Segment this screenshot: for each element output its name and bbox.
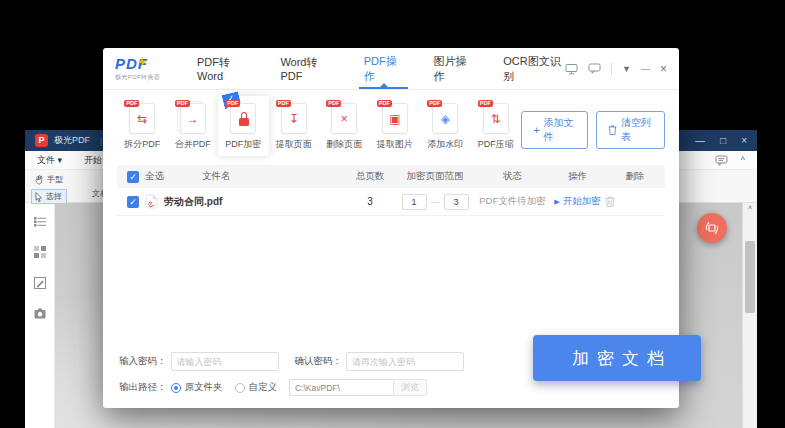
confirm-password-input[interactable] bbox=[346, 352, 464, 371]
output-path-label: 输出路径： bbox=[119, 381, 167, 394]
dialog-header: PDF 极光PDF转换器 PDF转Word Word转PDF PDF操作 图片操… bbox=[103, 48, 679, 90]
play-icon: ▶ bbox=[554, 198, 559, 206]
tool-delete-pages[interactable]: PDF× 删除页面 bbox=[319, 96, 370, 156]
extract-images-icon: ▣ bbox=[383, 112, 407, 126]
dialog-close-button[interactable]: × bbox=[660, 62, 667, 76]
merge-icon: → bbox=[181, 112, 205, 126]
reader-maximize-button[interactable]: □ bbox=[720, 130, 726, 151]
encrypt-form: 输入密码： 确认密码： 输出路径： 原文件夹 自定义 浏览 bbox=[119, 344, 464, 396]
add-files-button[interactable]: + 添加文件 bbox=[521, 111, 588, 149]
tool-extract-pages[interactable]: PDF↧ 提取页面 bbox=[269, 96, 320, 156]
row-delete-icon[interactable] bbox=[605, 196, 665, 207]
tab-pdf-operations[interactable]: PDF操作 bbox=[364, 48, 404, 89]
main-tabs: PDF转Word Word转PDF PDF操作 图片操作 OCR图文识别 bbox=[197, 48, 565, 89]
pdf-tag: PDF bbox=[276, 100, 291, 107]
bookmarks-list-icon[interactable] bbox=[34, 217, 46, 227]
pdf-file-icon bbox=[145, 194, 158, 209]
reader-title: 极光PDF bbox=[54, 134, 90, 147]
output-path-input[interactable] bbox=[289, 379, 393, 396]
select-tool[interactable]: 选择 bbox=[31, 189, 67, 204]
menu-file[interactable]: 文件 ▾ bbox=[37, 154, 62, 167]
pdf-tag: PDF bbox=[326, 100, 341, 107]
header-delete: 删除 bbox=[605, 170, 665, 183]
confirm-password-label: 确认密码： bbox=[295, 355, 343, 368]
feedback-bubble-icon[interactable] bbox=[715, 155, 728, 166]
screenshot-canvas: P 极光PDF | — □ × 文件 ▾ 开始 ^ bbox=[0, 0, 785, 428]
compress-icon: ⇅ bbox=[484, 112, 508, 126]
hand-icon bbox=[35, 175, 44, 185]
scroll-up-icon[interactable]: ˄ bbox=[743, 204, 757, 211]
pdf-tag: PDF bbox=[124, 100, 139, 107]
scrollbar[interactable]: ˄ bbox=[742, 203, 757, 428]
password-label: 输入密码： bbox=[119, 355, 167, 368]
reader-minimize-button[interactable]: — bbox=[695, 130, 705, 151]
range-to-input[interactable] bbox=[444, 194, 469, 210]
plus-icon: + bbox=[533, 125, 539, 135]
encrypt-document-button[interactable]: 加密文档 bbox=[533, 335, 701, 381]
annotate-icon[interactable] bbox=[34, 277, 46, 289]
collapse-ribbon-icon[interactable]: ^ bbox=[741, 155, 745, 165]
split-icon: ⇆ bbox=[130, 112, 154, 126]
header-status: 状态 bbox=[475, 170, 550, 183]
menu-start[interactable]: 开始 bbox=[84, 154, 102, 167]
device-icon[interactable] bbox=[565, 63, 578, 75]
snapshot-icon[interactable] bbox=[34, 308, 46, 319]
password-input[interactable] bbox=[171, 352, 279, 371]
table-row: ✓ 劳动合同.pdf 3 — PDF文件待加密 ▶ 开始加密 bbox=[117, 188, 665, 216]
tool-strip: PDF⇆ 拆分PDF PDF→ 合并PDF ✓ PDF PDF加密 PDF↧ 提… bbox=[103, 90, 679, 158]
reader-sidebar bbox=[25, 203, 55, 428]
radio-original-folder[interactable]: 原文件夹 bbox=[171, 381, 223, 394]
dropdown-menu-icon[interactable]: ▼ bbox=[622, 64, 631, 74]
tab-word-to-pdf[interactable]: Word转PDF bbox=[280, 48, 333, 89]
select-all-label: 全选 bbox=[145, 170, 164, 183]
tool-merge-pdf[interactable]: PDF→ 合并PDF bbox=[168, 96, 219, 156]
tab-ocr[interactable]: OCR图文识别 bbox=[503, 48, 565, 89]
header-filename: 文件名 bbox=[202, 170, 231, 183]
start-encrypt-link[interactable]: ▶ 开始加密 bbox=[554, 195, 600, 208]
delete-pages-icon: × bbox=[332, 112, 356, 126]
menu-caret-icon: ▾ bbox=[58, 155, 63, 165]
select-all-checkbox[interactable]: ✓ bbox=[127, 171, 139, 183]
row-checkbox[interactable]: ✓ bbox=[127, 196, 139, 208]
range-from-input[interactable] bbox=[402, 194, 427, 210]
tab-image-operations[interactable]: 图片操作 bbox=[433, 48, 473, 89]
dialog-minimize-button[interactable]: — bbox=[641, 64, 650, 74]
reader-logo: P bbox=[35, 134, 48, 147]
feedback-icon[interactable] bbox=[588, 63, 601, 74]
tool-add-watermark[interactable]: PDF◈ 添加水印 bbox=[420, 96, 471, 156]
file-name: 劳动合同.pdf bbox=[164, 195, 222, 209]
header-divider bbox=[611, 63, 612, 75]
trash-icon bbox=[608, 125, 617, 135]
app-logo-subtitle: 极光PDF转换器 bbox=[115, 73, 175, 82]
tool-extract-images[interactable]: PDF▣ 提取图片 bbox=[370, 96, 421, 156]
cursor-icon bbox=[35, 192, 43, 202]
hand-tool[interactable]: 手型 bbox=[31, 172, 67, 187]
tool-compress-pdf[interactable]: PDF⇅ PDF压缩 bbox=[471, 96, 522, 156]
pdf-tag: PDF bbox=[175, 100, 190, 107]
pdf-tag: PDF bbox=[427, 100, 442, 107]
extract-pages-icon: ↧ bbox=[282, 112, 306, 126]
quick-convert-fab[interactable] bbox=[697, 213, 727, 243]
radio-selected-icon bbox=[171, 383, 181, 393]
thumbnails-icon[interactable] bbox=[34, 246, 46, 258]
tab-pdf-to-word[interactable]: PDF转Word bbox=[197, 48, 250, 89]
clear-list-button[interactable]: 清空列表 bbox=[596, 111, 665, 149]
browse-button[interactable]: 浏览 bbox=[393, 379, 427, 396]
file-pages: 3 bbox=[345, 196, 395, 207]
tool-encrypt-pdf[interactable]: ✓ PDF PDF加密 bbox=[218, 96, 269, 156]
pdf-tag: PDF bbox=[377, 100, 392, 107]
status-text: PDF文件待加密 bbox=[479, 195, 546, 206]
pdf-tag: PDF bbox=[478, 100, 493, 107]
radio-custom-folder[interactable]: 自定义 bbox=[235, 381, 278, 394]
pdf-tag: PDF bbox=[225, 100, 240, 107]
range-dash: — bbox=[431, 197, 440, 207]
convert-arrows-icon bbox=[704, 220, 720, 236]
radio-unselected-icon bbox=[235, 383, 245, 393]
scrollbar-thumb[interactable] bbox=[745, 241, 755, 313]
file-table: ✓ 全选 文件名 总页数 加密页面范围 状态 操作 删除 ✓ 劳动合同.pdf bbox=[117, 165, 665, 216]
reader-close-button[interactable]: × bbox=[741, 130, 747, 151]
header-pages: 总页数 bbox=[345, 170, 395, 183]
tool-split-pdf[interactable]: PDF⇆ 拆分PDF bbox=[117, 96, 168, 156]
watermark-icon: ◈ bbox=[433, 112, 457, 126]
titlebar-separator: | bbox=[100, 136, 102, 146]
